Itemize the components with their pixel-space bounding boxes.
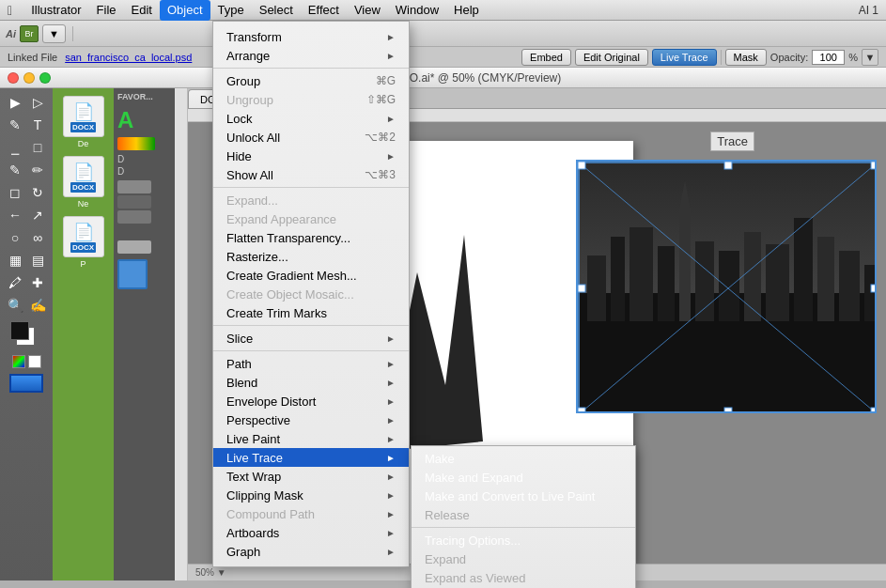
minimize-btn[interactable] <box>23 72 35 84</box>
embed-button[interactable]: Embed <box>521 49 571 66</box>
submenu-release[interactable]: Release <box>412 505 635 524</box>
paintbrush-tool[interactable]: ✎ <box>5 160 25 180</box>
gradient-tool[interactable]: ▤ <box>27 250 48 271</box>
toolbar-arrow-btn[interactable]: ▼ <box>42 24 66 43</box>
stroke-color[interactable] <box>10 321 29 340</box>
edit-original-button[interactable]: Edit Original <box>575 49 648 66</box>
fav-item-d2[interactable]: D <box>117 166 171 177</box>
zoom-tool[interactable]: 🔍 <box>5 295 25 316</box>
submenu-tracing-options[interactable]: Tracing Options... <box>412 531 635 549</box>
menu-item-live-paint[interactable]: Live Paint ► <box>213 429 409 448</box>
warp-tool[interactable]: ○ <box>5 227 25 248</box>
fav-item-d[interactable]: D <box>117 154 171 164</box>
menu-view[interactable]: View <box>347 0 388 21</box>
menu-object[interactable]: Object <box>160 0 210 21</box>
eyedropper-tool[interactable]: 🖍 <box>5 272 25 293</box>
menu-item-text-wrap[interactable]: Text Wrap ► <box>213 467 409 486</box>
menu-item-hide[interactable]: Hide ► <box>213 147 409 165</box>
menu-item-slice[interactable]: Slice ► <box>213 329 409 348</box>
mirror-tool[interactable]: ← <box>5 205 25 225</box>
submenu-make[interactable]: Make <box>412 449 635 468</box>
file-item-p[interactable]: 📄 DOCX P <box>58 216 109 269</box>
fav-icon-5[interactable] <box>117 240 151 254</box>
menu-item-graph[interactable]: Graph ► <box>213 542 409 561</box>
linked-file-name[interactable]: san_francisco_ca_local.psd <box>65 52 192 63</box>
tools-panel: ▶ ▷ ✎ T ⎯ □ ✎ ✏ ◻ ↻ ← ↗ ○ ∞ ▦ ▤ <box>0 88 53 580</box>
menu-help[interactable]: Help <box>446 0 487 21</box>
menu-item-transform[interactable]: Transform ► <box>213 27 409 46</box>
line-tool[interactable]: ⎯ <box>5 137 25 158</box>
scale-tool[interactable]: ↗ <box>27 205 48 225</box>
menu-item-expand[interactable]: Expand... <box>213 191 409 209</box>
menu-item-ungroup[interactable]: Ungroup ⇧⌘G <box>213 90 409 109</box>
menu-select[interactable]: Select <box>252 0 301 21</box>
mesh-tool[interactable]: ▦ <box>5 250 25 271</box>
menu-item-compound-path[interactable]: Compound Path ► <box>213 504 409 523</box>
menu-effect[interactable]: Effect <box>301 0 347 21</box>
svg-rect-24 <box>578 408 585 413</box>
color-mode[interactable] <box>12 355 25 368</box>
menu-illustrator[interactable]: Illustrator <box>23 0 88 21</box>
no-fill[interactable] <box>28 355 41 368</box>
menu-type[interactable]: Type <box>210 0 252 21</box>
maximize-btn[interactable] <box>39 72 51 84</box>
menu-item-clipping-mask[interactable]: Clipping Mask ► <box>213 486 409 504</box>
menu-item-envelope-distort[interactable]: Envelope Distort ► <box>213 392 409 410</box>
pen-tool[interactable]: ✎ <box>5 115 25 135</box>
menu-item-flatten-transparency[interactable]: Flatten Transparency... <box>213 228 409 247</box>
pencil-tool[interactable]: ✏ <box>27 160 48 180</box>
type-tool[interactable]: T <box>27 115 48 135</box>
close-btn[interactable] <box>8 72 19 84</box>
direct-select-tool[interactable]: ▷ <box>27 92 48 113</box>
tool-row-2: ✎ T <box>5 115 48 135</box>
blend-tool[interactable]: ∞ <box>27 227 48 248</box>
rotate-tool[interactable]: ↻ <box>27 182 48 203</box>
fav-icon-4[interactable] <box>117 225 151 239</box>
file-item-de[interactable]: 📄 DOCX De <box>58 96 109 148</box>
hand-tool[interactable]: ✍ <box>27 295 48 316</box>
menu-file[interactable]: File <box>89 0 124 21</box>
opacity-arrow[interactable]: ▼ <box>862 49 878 66</box>
tool-row-4: ✎ ✏ <box>5 160 48 180</box>
blue-square[interactable] <box>9 374 43 393</box>
menu-item-show-all[interactable]: Show All ⌥⌘3 <box>213 165 409 184</box>
file-item-ne[interactable]: 📄 DOCX Ne <box>58 156 109 209</box>
opacity-input[interactable] <box>812 50 845 65</box>
file-navigator: 📄 DOCX De 📄 DOCX Ne 📄 DOCX P <box>53 88 114 580</box>
menu-item-unlock-all[interactable]: Unlock All ⌥⌘2 <box>213 128 409 147</box>
fav-icon-1[interactable] <box>117 180 151 193</box>
br-badge[interactable]: Br <box>20 25 39 42</box>
fav-icon-2[interactable] <box>117 195 151 209</box>
menu-item-rasterize[interactable]: Rasterize... <box>213 247 409 266</box>
fav-blue-square[interactable] <box>117 259 148 289</box>
menu-item-lock[interactable]: Lock ► <box>213 109 409 128</box>
select-tool[interactable]: ▶ <box>5 92 25 113</box>
apple-menu[interactable]:  <box>8 3 12 18</box>
menu-section-1: Transform ► Arrange ► <box>213 24 409 69</box>
menu-item-live-trace[interactable]: Live Trace ► Make Make and Expand Make a… <box>213 448 409 467</box>
menu-item-create-gradient-mesh[interactable]: Create Gradient Mesh... <box>213 266 409 285</box>
submenu-expand[interactable]: Expand <box>412 549 635 568</box>
menu-item-group[interactable]: Group ⌘G <box>213 71 409 90</box>
submenu-make-convert[interactable]: Make and Convert to Live Paint <box>412 487 635 505</box>
submenu-expand-as-viewed[interactable]: Expand as Viewed <box>412 568 635 587</box>
menu-item-create-trim-marks[interactable]: Create Trim Marks <box>213 303 409 322</box>
menu-item-create-object-mosaic[interactable]: Create Object Mosaic... <box>213 285 409 303</box>
color-mode-row <box>12 355 41 368</box>
menu-item-blend[interactable]: Blend ► <box>213 373 409 392</box>
mask-button[interactable]: Mask <box>725 49 767 66</box>
menu-item-expand-appearance[interactable]: Expand Appearance <box>213 209 409 228</box>
measure-tool[interactable]: ✚ <box>27 272 48 293</box>
menu-item-arrange[interactable]: Arrange ► <box>213 46 409 65</box>
eraser-tool[interactable]: ◻ <box>5 182 25 203</box>
menu-edit[interactable]: Edit <box>124 0 160 21</box>
fav-icon-3[interactable] <box>117 210 151 224</box>
menu-window[interactable]: Window <box>388 0 446 21</box>
menu-item-path[interactable]: Path ► <box>213 354 409 373</box>
live-trace-button[interactable]: Live Trace <box>652 49 717 66</box>
submenu-make-expand[interactable]: Make and Expand <box>412 468 635 487</box>
menu-item-artboards[interactable]: Artboards ► <box>213 523 409 542</box>
menu-item-perspective[interactable]: Perspective ► <box>213 410 409 429</box>
rect-tool[interactable]: □ <box>27 137 48 158</box>
fav-letter-a[interactable]: A <box>117 107 171 133</box>
